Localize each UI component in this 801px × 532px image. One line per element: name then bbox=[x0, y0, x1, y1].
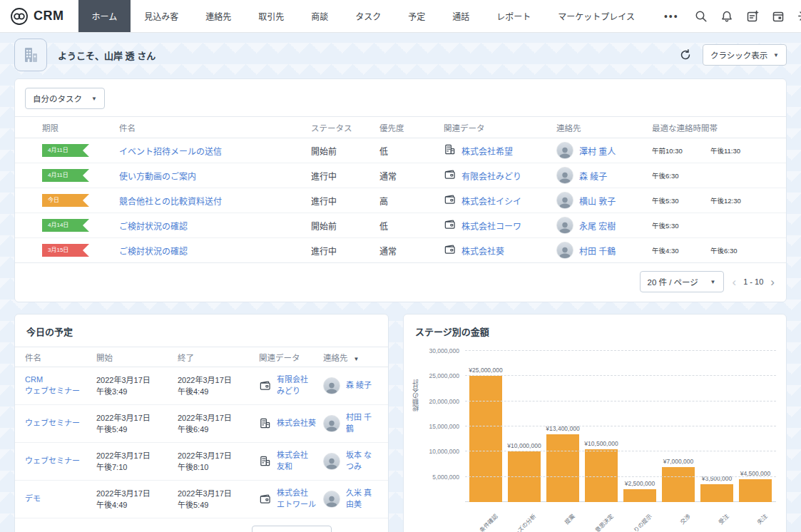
bar[interactable] bbox=[700, 484, 733, 502]
related-data-cell: 株式会社コーワ bbox=[444, 218, 556, 232]
prev-page-icon[interactable]: ‹ bbox=[733, 276, 737, 288]
tab-9[interactable]: マーケットプレイス bbox=[544, 0, 648, 32]
contact-cell: 澤村 重人 bbox=[556, 142, 652, 159]
tasks-per-page-select[interactable]: 20 件 / ページ ▼ bbox=[640, 271, 724, 292]
tab-1[interactable]: 見込み客 bbox=[131, 0, 192, 32]
tab-5[interactable]: タスク bbox=[342, 0, 394, 32]
col-status: ステータス bbox=[311, 122, 379, 133]
col-end: 終了 bbox=[178, 352, 259, 363]
bar-column: ¥7,000,000 bbox=[660, 458, 696, 502]
crm-logo[interactable]: CRM bbox=[0, 0, 78, 32]
y-tick-label: 5,000,000 bbox=[432, 474, 459, 481]
task-row: 4月14日ご検討状況の確認開始前低株式会社コーワ永尾 宏樹午後5:30 bbox=[15, 213, 786, 238]
schedule-table-header: 件名 開始 終了 関連データ 連絡先▼ bbox=[15, 347, 388, 367]
col-priority: 優先度 bbox=[379, 122, 444, 133]
related-record-link[interactable]: 株式会社コーワ bbox=[461, 220, 521, 232]
bar[interactable] bbox=[662, 467, 695, 502]
contact-avatar bbox=[556, 242, 573, 259]
bell-icon[interactable] bbox=[720, 9, 734, 23]
tab-3[interactable]: 取引先 bbox=[245, 0, 297, 32]
event-end: 2022年3月17日 午後5:49 bbox=[178, 488, 259, 511]
related-record-link[interactable]: 有限会社 みどり bbox=[277, 374, 308, 397]
tab-6[interactable]: 予定 bbox=[394, 0, 439, 32]
tab-8[interactable]: レポート bbox=[483, 0, 544, 32]
tab-7[interactable]: 通話 bbox=[439, 0, 483, 32]
compose-icon[interactable] bbox=[746, 9, 760, 23]
related-record-link[interactable]: 株式会社葵 bbox=[461, 245, 504, 257]
contact-cell: 久米 真由美 bbox=[323, 488, 378, 511]
view-mode-select[interactable]: クラシック表示 ▼ bbox=[703, 44, 787, 66]
event-subject-link[interactable]: ウェブセミナー bbox=[25, 418, 96, 429]
bar-value-label: ¥25,000,000 bbox=[469, 367, 502, 374]
event-subject-link[interactable]: デモ bbox=[25, 493, 96, 505]
contact-link[interactable]: 永尾 宏樹 bbox=[579, 220, 616, 232]
best-time-2: 午後12:30 bbox=[710, 195, 741, 205]
schedule-pagination: 20 件／ページ ▼ ‹ 1 - 8 › bbox=[15, 518, 388, 532]
related-record-link[interactable]: 株式会社葵 bbox=[277, 418, 316, 429]
task-subject-link[interactable]: イベント招待メールの送信 bbox=[119, 145, 311, 157]
col-subject: 件名 bbox=[119, 122, 311, 133]
related-data-cell: 株式会社葵 bbox=[259, 417, 323, 431]
deal-icon bbox=[444, 243, 456, 257]
contact-avatar bbox=[323, 453, 340, 470]
deal-icon bbox=[444, 193, 456, 208]
bar[interactable] bbox=[623, 489, 656, 502]
best-time-1: 午後6:30 bbox=[652, 170, 710, 180]
event-subject-link[interactable]: CRM ウェブセミナー bbox=[25, 374, 96, 397]
view-mode-value: クラシック表示 bbox=[710, 49, 767, 61]
bar[interactable] bbox=[546, 434, 579, 502]
bar-column: ¥13,400,000 bbox=[545, 425, 581, 502]
event-subject-link[interactable]: ウェブセミナー bbox=[25, 456, 96, 467]
next-page-icon[interactable]: › bbox=[770, 276, 775, 288]
related-record-link[interactable]: 株式会社 友和 bbox=[277, 450, 308, 473]
contact-link[interactable]: 森 綾子 bbox=[346, 380, 372, 392]
bar-value-label: ¥10,000,000 bbox=[507, 442, 541, 449]
bar[interactable] bbox=[508, 451, 541, 502]
best-time-cell: 午後4:30午後6:30 bbox=[652, 245, 775, 255]
related-record-link[interactable]: 有限会社みどり bbox=[461, 170, 521, 182]
calendar-icon[interactable] bbox=[772, 9, 785, 23]
task-filter-select[interactable]: 自分のタスク ▼ bbox=[25, 88, 105, 109]
related-data-cell: 株式会社希望 bbox=[444, 143, 556, 158]
tab-0[interactable]: ホーム bbox=[78, 0, 131, 32]
settings-icon[interactable] bbox=[797, 9, 801, 23]
contact-link[interactable]: 森 綾子 bbox=[579, 170, 607, 182]
related-record-link[interactable]: 株式会社イシイ bbox=[461, 195, 521, 207]
task-subject-link[interactable]: ご検討状況の確認 bbox=[119, 220, 311, 232]
deal-icon bbox=[444, 168, 456, 183]
y-tick-label: 20,000,000 bbox=[429, 398, 459, 405]
event-end: 2022年3月17日 午後6:49 bbox=[178, 412, 259, 436]
task-subject-link[interactable]: ご検討状況の確認 bbox=[119, 245, 311, 257]
related-record-link[interactable]: 株式会社希望 bbox=[461, 145, 513, 157]
search-icon[interactable] bbox=[695, 9, 708, 23]
contact-link[interactable]: 村田 千鶴 bbox=[579, 245, 616, 257]
contact-avatar bbox=[556, 167, 573, 184]
contact-link[interactable]: 横山 敦子 bbox=[579, 195, 616, 207]
bar[interactable] bbox=[739, 479, 772, 502]
contact-cell: 森 綾子 bbox=[323, 377, 378, 394]
best-time-2: 午後6:30 bbox=[710, 245, 738, 255]
task-subject-link[interactable]: 使い方動画のご案内 bbox=[119, 170, 311, 182]
nav-tabs: ホーム見込み客連絡先取引先商談タスク予定通話レポートマーケットプレイス bbox=[78, 0, 648, 32]
tab-2[interactable]: 連絡先 bbox=[192, 0, 245, 32]
schedule-per-page-select[interactable]: 20 件／ページ ▼ bbox=[252, 526, 332, 532]
col-contact[interactable]: 連絡先▼ bbox=[323, 352, 378, 363]
tab-4[interactable]: 商談 bbox=[297, 0, 342, 32]
more-tabs-button[interactable]: ••• bbox=[648, 0, 695, 32]
bar[interactable] bbox=[469, 376, 502, 502]
related-record-link[interactable]: 株式会社 エトワール bbox=[277, 488, 316, 511]
x-tick-label: 提案 bbox=[563, 512, 576, 526]
task-subject-link[interactable]: 競合他社との比較資料送付 bbox=[119, 195, 311, 207]
due-date-badge: 3月15日 bbox=[42, 244, 89, 257]
contact-link[interactable]: 久米 真由美 bbox=[346, 488, 378, 511]
tasks-table-header: 期限 件名 ステータス 優先度 関連データ 連絡先 最適な連絡時間帯 bbox=[15, 116, 786, 138]
x-tick-label: 条件確認 bbox=[477, 512, 499, 532]
due-cell: 4月14日 bbox=[42, 219, 119, 232]
event-start: 2022年3月17日 午後7:10 bbox=[96, 450, 178, 474]
contact-link[interactable]: 澤村 重人 bbox=[579, 145, 616, 157]
contact-link[interactable]: 坂本 なつみ bbox=[346, 450, 378, 473]
task-row: 4月11日イベント招待メールの送信開始前低株式会社希望澤村 重人午前10:30午… bbox=[15, 138, 786, 163]
contact-link[interactable]: 村田 千鶴 bbox=[346, 412, 378, 435]
refresh-icon[interactable] bbox=[678, 48, 693, 62]
building-icon bbox=[259, 417, 271, 431]
